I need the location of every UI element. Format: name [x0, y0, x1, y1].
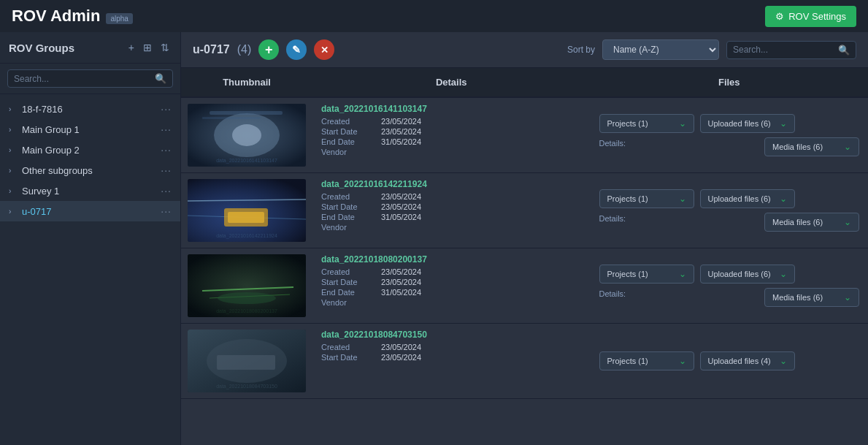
- details-cell: data_20221018084703150 Created 23/05/202…: [312, 324, 591, 398]
- edit-item-button[interactable]: ✎: [286, 39, 307, 60]
- chevron-down-icon: ⌄: [679, 118, 686, 129]
- add-item-button[interactable]: +: [258, 39, 279, 60]
- chevron-right-icon: ›: [9, 126, 18, 134]
- projects-dropdown[interactable]: Projects (1) ⌄: [599, 265, 694, 284]
- sidebar-item-label: u-0717: [22, 206, 156, 217]
- projects-dropdown[interactable]: Projects (1) ⌄: [599, 114, 694, 133]
- chevron-right-icon: ›: [9, 146, 18, 154]
- svg-point-3: [232, 124, 261, 146]
- add-group-button[interactable]: +: [126, 39, 137, 56]
- content-search-icon: 🔍: [838, 45, 850, 56]
- chevron-down-icon: ⌄: [780, 194, 787, 204]
- item-menu-dots[interactable]: ···: [161, 103, 172, 115]
- files-cell: Projects (1) ⌄ Uploaded files (4) ⌄: [591, 324, 869, 398]
- content-item-count: (4): [237, 43, 252, 56]
- sidebar-item-u-0717[interactable]: › u-0717 ···: [0, 201, 180, 221]
- chevron-right-icon: ›: [9, 167, 18, 175]
- topbar: ROV Admin alpha ⚙ ROV Settings: [0, 0, 868, 32]
- data-name: data_20221016142211924: [321, 179, 582, 189]
- projects-dropdown[interactable]: Projects (1) ⌄: [599, 189, 694, 208]
- table-header: Thumbnail Details Files: [181, 68, 868, 98]
- uploaded-files-dropdown[interactable]: Uploaded files (4) ⌄: [700, 351, 795, 370]
- sort-by-label: Sort by: [567, 45, 595, 55]
- sidebar-item-18-f-7816[interactable]: › 18-f-7816 ···: [0, 99, 180, 119]
- sidebar-search-icon: 🔍: [155, 73, 166, 84]
- thumbnail-image: data_20221018084703150: [188, 330, 306, 392]
- item-menu-dots[interactable]: ···: [161, 144, 172, 156]
- table-row: data_20221016141103147 data_202210161411…: [181, 98, 868, 173]
- sidebar-item-survey-1[interactable]: › Survey 1 ···: [0, 180, 180, 201]
- sidebar-search-input[interactable]: [14, 74, 152, 84]
- sidebar: ROV Groups + ⊞ ⇅ 🔍 › 18-f-7816 ··· › Mai…: [0, 32, 181, 445]
- data-name: data_20221018084703150: [321, 330, 582, 340]
- files-row-details: Details: Media files (6) ⌄: [599, 137, 860, 156]
- chevron-right-icon: ›: [9, 187, 18, 195]
- svg-text:data_20221016142211924: data_20221016142211924: [216, 233, 277, 239]
- chevron-right-icon: ›: [9, 105, 18, 113]
- item-menu-dots[interactable]: ···: [161, 205, 172, 217]
- files-cell: Projects (1) ⌄ Uploaded files (6) ⌄ Deta…: [591, 98, 869, 172]
- media-files-dropdown[interactable]: Media files (6) ⌄: [764, 137, 859, 156]
- chevron-right-icon: ›: [9, 208, 18, 216]
- files-cell: Projects (1) ⌄ Uploaded files (6) ⌄ Deta…: [591, 248, 869, 323]
- uploaded-files-dropdown[interactable]: Uploaded files (6) ⌄: [700, 189, 795, 208]
- chevron-down-icon: ⌄: [780, 118, 787, 129]
- thumbnail-image: data_20221016142211924: [188, 179, 306, 242]
- content-search-input[interactable]: [733, 45, 835, 55]
- chevron-down-icon: ⌄: [844, 142, 851, 152]
- sidebar-search-box[interactable]: 🔍: [7, 69, 173, 88]
- content-search-box[interactable]: 🔍: [726, 41, 856, 59]
- svg-point-18: [218, 292, 276, 304]
- svg-rect-23: [217, 355, 275, 370]
- media-files-dropdown[interactable]: Media files (6) ⌄: [764, 288, 859, 307]
- media-files-dropdown[interactable]: Media files (6) ⌄: [764, 213, 859, 232]
- sidebar-item-other-subgroups[interactable]: › Other subgroups ···: [0, 160, 180, 180]
- uploaded-files-dropdown[interactable]: Uploaded files (6) ⌄: [700, 114, 795, 133]
- chevron-down-icon: ⌄: [679, 269, 686, 279]
- thumbnail-cell: data_20221016141103147: [181, 98, 312, 172]
- projects-dropdown[interactable]: Projects (1) ⌄: [599, 351, 694, 370]
- content-area: u-0717 (4) + ✎ ✕ Sort by Name (A-Z) Name…: [181, 32, 868, 445]
- thumbnail-cell: data_20221018084703150: [181, 324, 312, 398]
- svg-rect-5: [202, 117, 261, 119]
- sidebar-item-label: Other subgroups: [22, 165, 156, 176]
- sidebar-item-label: Main Group 2: [22, 145, 156, 156]
- content-header: u-0717 (4) + ✎ ✕ Sort by Name (A-Z) Name…: [181, 32, 868, 68]
- thumbnail-cell: data_20221016142211924: [181, 173, 312, 248]
- files-cell: Projects (1) ⌄ Uploaded files (6) ⌄ Deta…: [591, 173, 869, 248]
- col-details: Details: [312, 74, 591, 91]
- data-name: data_20221018080200137: [321, 254, 582, 265]
- sidebar-search-area: 🔍: [0, 64, 180, 94]
- expand-groups-button[interactable]: ⊞: [141, 39, 154, 56]
- details-cell: data_20221018080200137 Created 23/05/202…: [312, 248, 591, 323]
- delete-item-button[interactable]: ✕: [314, 39, 334, 60]
- sort-select[interactable]: Name (A-Z) Name (Z-A) Date (Newest) Date…: [602, 39, 719, 60]
- item-menu-dots[interactable]: ···: [161, 185, 172, 197]
- table-row: data_20221018080200137 data_202210180802…: [181, 248, 868, 324]
- sidebar-title: ROV Groups: [9, 42, 122, 54]
- files-row-projects: Projects (1) ⌄ Uploaded files (6) ⌄: [599, 114, 860, 133]
- sort-area: Sort by Name (A-Z) Name (Z-A) Date (Newe…: [567, 39, 856, 60]
- sidebar-item-main-group-2[interactable]: › Main Group 2 ···: [0, 140, 180, 160]
- chevron-down-icon: ⌄: [780, 269, 787, 279]
- data-table: Thumbnail Details Files: [181, 68, 868, 445]
- content-group-title: u-0717: [193, 43, 230, 56]
- settings-gear-icon: ⚙: [775, 11, 784, 22]
- uploaded-files-dropdown[interactable]: Uploaded files (6) ⌄: [700, 265, 795, 284]
- item-menu-dots[interactable]: ···: [161, 164, 172, 176]
- item-menu-dots[interactable]: ···: [161, 123, 172, 135]
- table-row: data_20221018084703150 data_202210180847…: [181, 324, 868, 399]
- details-cell: data_20221016141103147 Created 23/05/202…: [312, 98, 591, 172]
- rov-settings-button[interactable]: ⚙ ROV Settings: [765, 6, 856, 27]
- table-row: data_20221016142211924 data_202210161422…: [181, 173, 868, 248]
- svg-text:data_20221016141103147: data_20221016141103147: [216, 158, 277, 164]
- sort-groups-button[interactable]: ⇅: [158, 39, 172, 56]
- sidebar-item-main-group-1[interactable]: › Main Group 1 ···: [0, 119, 180, 140]
- data-name: data_20221016141103147: [321, 104, 582, 114]
- app-title-area: ROV Admin alpha: [12, 7, 133, 26]
- chevron-down-icon: ⌄: [844, 292, 851, 303]
- details-cell: data_20221016142211924 Created 23/05/202…: [312, 173, 591, 248]
- alpha-badge: alpha: [106, 13, 132, 24]
- sidebar-header: ROV Groups + ⊞ ⇅: [0, 32, 180, 64]
- chevron-down-icon: ⌄: [780, 356, 787, 366]
